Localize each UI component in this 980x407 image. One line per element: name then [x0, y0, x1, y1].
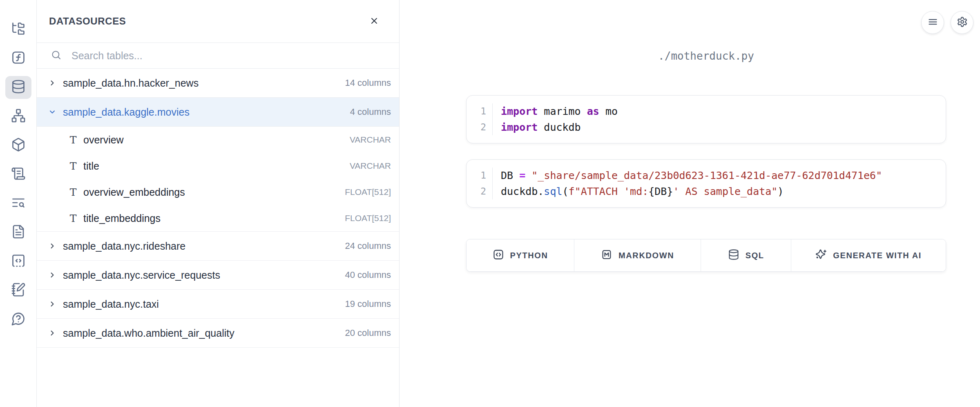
rail-item-network[interactable] [5, 105, 31, 128]
table-name: sample_data.nyc.taxi [63, 298, 159, 310]
panel-title: DATASOURCES [49, 16, 126, 27]
column-row[interactable]: Ttitle_embeddingsFLOAT[512] [37, 205, 399, 231]
column-row[interactable]: ToverviewVARCHAR [37, 127, 399, 153]
add-cell-python-button[interactable]: PYTHON [467, 239, 574, 271]
add-cell-markdown-button[interactable]: MARKDOWN [574, 239, 701, 271]
code-editor[interactable]: import marimo as moimport duckdb [493, 103, 618, 135]
left-icon-rail [0, 0, 37, 407]
table-name: sample_data.nyc.service_requests [63, 269, 220, 281]
column-list: ToverviewVARCHARTtitleVARCHARToverview_e… [37, 127, 399, 232]
notebook-pen-icon [11, 282, 26, 299]
line-numbers: 12 [467, 103, 493, 135]
table-name: sample_data.kaggle.movies [63, 106, 190, 118]
close-panel-button[interactable] [366, 13, 382, 29]
rail-item-file-text[interactable] [5, 221, 31, 244]
type-icon: T [69, 160, 78, 172]
function-square-icon [11, 50, 26, 67]
column-name: title [83, 160, 99, 172]
type-icon: T [69, 134, 78, 146]
column-count: 40 columns [345, 270, 391, 280]
chevron-right-icon [48, 329, 60, 337]
rail-item-text-search[interactable] [5, 192, 31, 215]
add-cell-generate-with-ai-button[interactable]: GENERATE WITH AI [791, 239, 946, 271]
search-input[interactable] [71, 49, 389, 62]
help-circle-icon [11, 311, 26, 328]
add-cell-bar: PYTHONMARKDOWNSQLGENERATE WITH AI [466, 239, 946, 272]
column-count: 14 columns [345, 78, 391, 88]
chevron-down-icon [48, 108, 60, 116]
table-row[interactable]: sample_data.hn.hacker_news14 columns [37, 69, 399, 98]
sparkles-icon [815, 249, 827, 262]
rail-item-help-circle[interactable] [5, 308, 31, 331]
column-row[interactable]: Toverview_embeddingsFLOAT[512] [37, 179, 399, 205]
folder-tree-icon [11, 21, 26, 38]
type-icon: T [69, 186, 78, 198]
rail-item-function-square[interactable] [5, 47, 31, 70]
type-icon: T [69, 212, 78, 224]
add-cell-label: MARKDOWN [618, 251, 674, 260]
column-name: title_embeddings [83, 212, 161, 224]
scroll-text-icon [11, 166, 26, 183]
add-cell-label: PYTHON [510, 251, 548, 260]
column-name: overview_embeddings [83, 186, 185, 198]
code-square-icon [493, 249, 504, 262]
table-row[interactable]: sample_data.who.ambient_air_quality20 co… [37, 319, 399, 348]
line-numbers: 12 [467, 168, 493, 199]
network-icon [11, 108, 26, 125]
file-text-icon [11, 224, 26, 241]
imports-cell[interactable]: 12import marimo as moimport duckdb [466, 95, 946, 143]
column-count: 20 columns [345, 328, 391, 338]
column-count: 19 columns [345, 299, 391, 309]
table-search [37, 42, 399, 69]
panel-header: DATASOURCES [37, 0, 399, 42]
column-type: VARCHAR [350, 161, 391, 171]
table-row[interactable]: sample_data.nyc.rideshare24 columns [37, 232, 399, 261]
code-editor[interactable]: DB = "_share/sample_data/23b0d623-1361-4… [493, 168, 882, 199]
rail-item-folder-tree[interactable] [5, 18, 31, 41]
cells-column: ./motherduck.py 12import marimo as moimp… [466, 0, 946, 407]
table-row[interactable]: sample_data.nyc.service_requests40 colum… [37, 261, 399, 290]
column-count: 24 columns [345, 241, 391, 251]
text-search-icon [11, 195, 26, 212]
notebook-filename: ./motherduck.py [466, 50, 946, 62]
datasources-panel: DATASOURCES sample_data.hn.hacker_news14… [37, 0, 400, 407]
column-row[interactable]: TtitleVARCHAR [37, 153, 399, 179]
chevron-right-icon [48, 271, 60, 279]
rail-item-box[interactable] [5, 134, 31, 157]
search-icon [51, 49, 62, 62]
chevron-right-icon [48, 242, 60, 250]
chevron-right-icon [48, 79, 60, 87]
table-row[interactable]: sample_data.kaggle.movies4 columns [37, 98, 399, 127]
rail-item-database[interactable] [5, 76, 31, 99]
table-list: sample_data.hn.hacker_news14 columnssamp… [37, 69, 399, 348]
column-name: overview [83, 134, 124, 146]
gear-icon [957, 16, 968, 29]
add-cell-label: SQL [746, 251, 764, 260]
table-name: sample_data.who.ambient_air_quality [63, 327, 234, 339]
table-name: sample_data.hn.hacker_news [63, 77, 199, 89]
box-icon [11, 137, 26, 154]
rail-item-scroll-text[interactable] [5, 163, 31, 186]
add-cell-sql-button[interactable]: SQL [701, 239, 791, 271]
table-name: sample_data.nyc.rideshare [63, 240, 185, 252]
database-icon [728, 249, 739, 262]
column-type: VARCHAR [350, 135, 391, 145]
rail-item-square-code[interactable] [5, 250, 31, 273]
square-code-icon [11, 253, 26, 270]
add-cell-label: GENERATE WITH AI [833, 251, 922, 260]
chevron-right-icon [48, 300, 60, 308]
column-type: FLOAT[512] [345, 213, 391, 223]
marimo-app: DATASOURCES sample_data.hn.hacker_news14… [0, 0, 980, 407]
rail-item-notebook-pen[interactable] [5, 279, 31, 302]
attach-db-cell[interactable]: 12DB = "_share/sample_data/23b0d623-1361… [466, 159, 946, 208]
column-type: FLOAT[512] [345, 187, 391, 197]
database-icon [11, 79, 26, 96]
close-icon [369, 16, 379, 27]
table-row[interactable]: sample_data.nyc.taxi19 columns [37, 290, 399, 319]
markdown-icon [601, 249, 612, 262]
column-count: 4 columns [350, 107, 391, 117]
settings-button[interactable] [951, 11, 973, 34]
